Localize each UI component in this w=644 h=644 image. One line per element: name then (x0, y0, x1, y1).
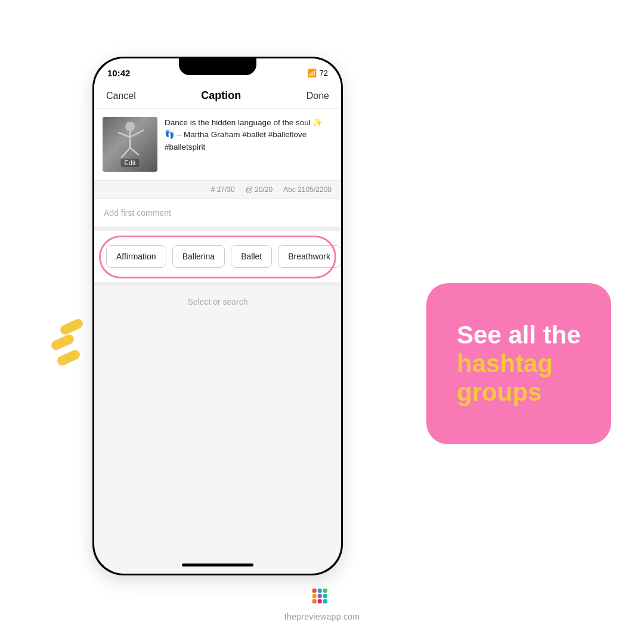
hashtag-tags-row: Affirmation Ballerina Ballet Breathwork (101, 239, 334, 274)
cancel-button[interactable]: Cancel (106, 91, 136, 101)
svg-line-2 (118, 132, 130, 137)
svg-rect-14 (323, 599, 327, 603)
svg-rect-6 (312, 589, 317, 593)
hashtag-groups-section: Affirmation Ballerina Ballet Breathwork (94, 231, 341, 282)
tag-ballerina[interactable]: Ballerina (172, 245, 225, 268)
post-thumbnail[interactable]: Edit (103, 117, 157, 172)
svg-rect-8 (323, 589, 327, 593)
post-caption-text[interactable]: Dance is the hidden language of the soul… (165, 117, 333, 172)
hashtag-count: # 27/30 (211, 185, 235, 194)
mention-count: @ 20/20 (246, 185, 273, 194)
decorative-dashes (51, 322, 83, 363)
svg-line-5 (130, 148, 139, 155)
tag-ballet[interactable]: Ballet (231, 245, 272, 268)
svg-rect-12 (312, 599, 317, 603)
svg-rect-10 (318, 594, 322, 598)
svg-rect-13 (318, 599, 322, 603)
app-url: thepreviewapp.com (284, 612, 360, 621)
svg-point-0 (125, 122, 135, 131)
first-comment-section[interactable]: Add first comment (94, 199, 341, 227)
dash-1 (58, 317, 84, 336)
search-section[interactable]: Select or search (94, 286, 341, 318)
edit-label[interactable]: Edit (121, 159, 140, 167)
dash-3 (55, 348, 81, 367)
svg-line-3 (130, 130, 144, 137)
post-content-area: Edit Dance is the hidden language of the… (94, 109, 341, 181)
done-button[interactable]: Done (306, 91, 329, 101)
svg-line-4 (121, 148, 130, 158)
counts-bar: # 27/30 @ 20/20 Abc 2105/2200 (94, 181, 341, 199)
dash-2 (49, 333, 75, 351)
phone-notch (179, 58, 256, 75)
home-indicator (182, 564, 253, 566)
phone-mockup: 10:42 📶 72 Cancel Caption Done (92, 57, 343, 575)
status-icons: 📶 72 (307, 69, 328, 78)
callout-text: See all the hashtag groups (457, 321, 581, 407)
page-container: 10:42 📶 72 Cancel Caption Done (0, 0, 644, 644)
svg-rect-7 (318, 589, 322, 593)
page-title: Caption (201, 89, 241, 102)
status-time: 10:42 (107, 68, 130, 78)
tag-affirmation[interactable]: Affirmation (106, 245, 166, 268)
nav-bar: Cancel Caption Done (94, 85, 341, 109)
bottom-branding: thepreviewapp.com (284, 588, 360, 621)
app-logo (312, 588, 332, 608)
search-placeholder: Select or search (187, 297, 247, 306)
battery-icon: 72 (320, 69, 328, 78)
tag-breathwork[interactable]: Breathwork (278, 245, 340, 268)
phone-screen: 10:42 📶 72 Cancel Caption Done (94, 58, 341, 574)
speech-bubble: See all the hashtag groups (426, 283, 611, 444)
svg-rect-9 (312, 594, 317, 598)
svg-rect-11 (323, 594, 327, 598)
wifi-icon: 📶 (307, 69, 317, 78)
first-comment-placeholder: Add first comment (104, 208, 171, 218)
char-count: Abc 2105/2200 (283, 185, 332, 194)
